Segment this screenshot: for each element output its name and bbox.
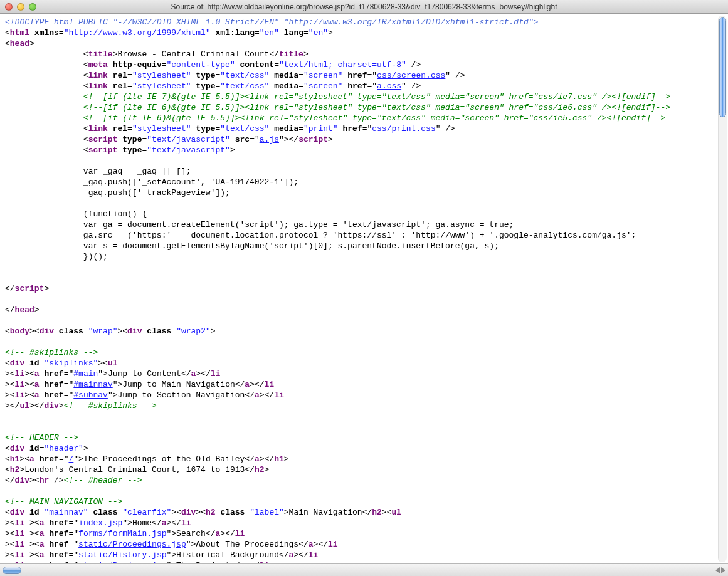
nav-buttons — [715, 567, 725, 573]
window-titlebar: Source of: http://www.oldbaileyonline.or… — [0, 0, 728, 14]
window-title: Source of: http://www.oldbaileyonline.or… — [0, 3, 728, 11]
vertical-scrollbar[interactable] — [718, 16, 727, 562]
source-view[interactable]: <!DOCTYPE html PUBLIC "-//W3C//DTD XHTML… — [0, 14, 728, 563]
close-icon[interactable] — [5, 3, 13, 11]
traffic-lights — [5, 3, 36, 11]
content-area: <!DOCTYPE html PUBLIC "-//W3C//DTD XHTML… — [0, 14, 728, 576]
nav-left-icon[interactable] — [715, 567, 720, 573]
status-bar — [0, 563, 728, 576]
nav-right-icon[interactable] — [721, 567, 725, 573]
scrollbar-thumb[interactable] — [719, 17, 726, 117]
zoom-icon[interactable] — [29, 3, 36, 11]
minimize-icon[interactable] — [17, 3, 24, 11]
status-pill-icon — [3, 567, 21, 574]
